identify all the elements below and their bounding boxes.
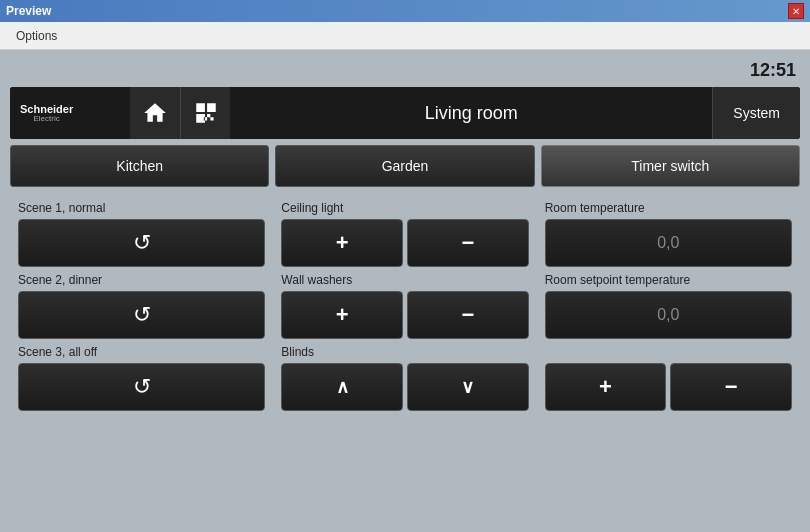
setpoint-temp-display: 0,0 [545,291,792,339]
tab-garden[interactable]: Garden [275,145,534,187]
room-temp-group: Room temperature 0,0 [537,201,800,267]
room-temp-display: 0,0 [545,219,792,267]
time-display: 12:51 [10,60,800,81]
scene1-button[interactable]: ↺ [18,219,265,267]
setpoint-temp-label: Room setpoint temperature [545,273,792,287]
ceiling-light-group: Ceiling light + − [273,201,536,267]
main-content: 12:51 Schneider Electric Living room Sys… [0,50,810,532]
setpoint-temp-controls-group: + − [537,345,800,411]
window-title: Preview [6,4,51,18]
floor-plan-icon [193,100,219,126]
scene2-button[interactable]: ↺ [18,291,265,339]
scene1-label: Scene 1, normal [18,201,265,215]
setpoint-temp-plus-button[interactable]: + [545,363,667,411]
wall-washers-minus-button[interactable]: − [407,291,529,339]
logo-main-text: Schneider [20,104,73,115]
scene3-label: Scene 3, all off [18,345,265,359]
setpoint-temp-controls-label [545,345,792,359]
blinds-label: Blinds [281,345,528,359]
logo-sub-text: Electric [33,115,59,123]
setpoint-temp-controls: + − [545,363,792,411]
ceiling-light-label: Ceiling light [281,201,528,215]
tab-timer-switch[interactable]: Timer switch [541,145,800,187]
room-label: Living room [230,87,712,139]
blinds-up-button[interactable]: ∧ [281,363,403,411]
room-temp-label: Room temperature [545,201,792,215]
scene2-label: Scene 2, dinner [18,273,265,287]
window-title-bar: Preview ✕ [0,0,810,22]
tab-kitchen[interactable]: Kitchen [10,145,269,187]
ceiling-light-minus-button[interactable]: − [407,219,529,267]
setpoint-temp-group: Room setpoint temperature 0,0 [537,273,800,339]
wall-washers-label: Wall washers [281,273,528,287]
home-icon [142,100,168,126]
blinds-down-button[interactable]: ∨ [407,363,529,411]
home-button[interactable] [130,87,180,139]
options-menu[interactable]: Options [10,27,63,45]
setpoint-temp-minus-button[interactable]: − [670,363,792,411]
wall-washers-controls: + − [281,291,528,339]
scene1-group: Scene 1, normal ↺ [10,201,273,267]
scene2-group: Scene 2, dinner ↺ [10,273,273,339]
wall-washers-group: Wall washers + − [273,273,536,339]
controls-area: Scene 1, normal ↺ Ceiling light + − Room… [10,201,800,411]
top-nav: Schneider Electric Living room System [10,87,800,139]
floor-plan-button[interactable] [180,87,230,139]
wall-washers-plus-button[interactable]: + [281,291,403,339]
blinds-controls: ∧ ∨ [281,363,528,411]
ceiling-light-controls: + − [281,219,528,267]
ceiling-light-plus-button[interactable]: + [281,219,403,267]
close-button[interactable]: ✕ [788,3,804,19]
system-button[interactable]: System [712,87,800,139]
schneider-logo: Schneider Electric [20,104,73,123]
scene3-group: Scene 3, all off ↺ [10,345,273,411]
tab-bar: Kitchen Garden Timer switch [10,145,800,187]
menu-bar: Options [0,22,810,50]
scene3-button[interactable]: ↺ [18,363,265,411]
blinds-group: Blinds ∧ ∨ [273,345,536,411]
logo-area: Schneider Electric [10,87,130,139]
